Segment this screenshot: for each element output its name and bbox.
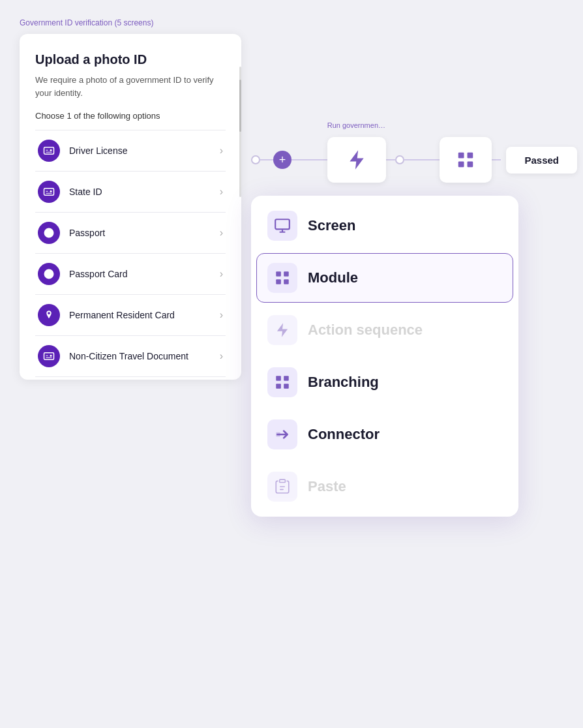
id-option-passport-card[interactable]: Passport Card ›	[35, 254, 226, 295]
dropdown-menu: Screen Module Action sequence	[251, 196, 518, 517]
module-icon	[267, 263, 297, 293]
id-option-permanent-resident[interactable]: Permanent Resident Card ›	[35, 295, 226, 336]
breadcrumb: Government ID verification (5 screens)	[20, 18, 241, 27]
svg-rect-2	[44, 189, 54, 196]
flow-bar: + Run government ID verifi... Passed	[251, 137, 577, 183]
svg-rect-20	[276, 271, 281, 277]
flow-node-label: Run government ID verifi...	[327, 121, 386, 129]
add-step-button[interactable]: +	[273, 151, 292, 169]
non-citizen-icon	[38, 345, 60, 367]
passport-card-chevron: ›	[220, 268, 223, 280]
right-panel: + Run government ID verifi... Passed	[251, 137, 577, 517]
flow-mid-dot	[395, 155, 404, 164]
left-panel: Government ID verification (5 screens) U…	[20, 18, 241, 380]
menu-item-branching[interactable]: Branching	[256, 357, 513, 407]
screen-label: Screen	[308, 217, 355, 234]
svg-rect-27	[284, 384, 289, 389]
action-sequence-label: Action sequence	[308, 322, 423, 339]
non-citizen-chevron: ›	[220, 350, 223, 362]
menu-item-paste: Paste	[256, 462, 513, 511]
screen-icon	[267, 211, 297, 241]
passport-label: Passport	[69, 228, 220, 238]
flow-grid-icon	[456, 150, 475, 170]
action-sequence-icon	[267, 315, 297, 345]
card-title: Upload a photo ID	[35, 52, 226, 67]
svg-rect-29	[280, 479, 286, 482]
driver-license-chevron: ›	[220, 145, 223, 157]
phone-card: Upload a photo ID We require a photo of …	[20, 34, 241, 380]
id-option-state-id[interactable]: State ID ›	[35, 172, 226, 213]
connector-label: Connector	[308, 426, 380, 443]
menu-item-screen[interactable]: Screen	[256, 201, 513, 250]
branching-icon	[267, 367, 297, 397]
choose-label: Choose 1 of the following options	[35, 111, 226, 121]
flow-line-2	[292, 159, 327, 160]
svg-rect-26	[276, 384, 281, 389]
card-description: We require a photo of a government ID to…	[35, 74, 226, 99]
non-citizen-label: Non-Citizen Travel Document	[69, 351, 220, 361]
svg-rect-22	[276, 279, 281, 284]
svg-rect-19	[275, 219, 290, 229]
flow-line-1	[260, 159, 273, 160]
id-option-visa[interactable]: Visa ›	[35, 377, 226, 380]
branching-label: Branching	[308, 374, 379, 391]
permanent-resident-chevron: ›	[220, 309, 223, 321]
paste-icon	[267, 472, 297, 502]
state-id-icon	[38, 181, 60, 203]
svg-rect-16	[468, 153, 473, 159]
passed-badge: Passed	[506, 147, 577, 174]
paste-label: Paste	[308, 478, 346, 495]
flow-line-3	[386, 159, 395, 160]
menu-item-module[interactable]: Module	[256, 253, 513, 303]
svg-rect-21	[284, 271, 289, 277]
svg-rect-10	[44, 353, 54, 360]
state-id-chevron: ›	[220, 186, 223, 198]
scroll-thumb	[239, 80, 241, 132]
flow-line-5	[492, 159, 501, 160]
id-option-passport[interactable]: Passport ›	[35, 213, 226, 254]
svg-rect-0	[44, 147, 54, 155]
flow-node[interactable]: Run government ID verifi...	[327, 137, 386, 183]
id-option-non-citizen[interactable]: Non-Citizen Travel Document ›	[35, 336, 226, 377]
menu-item-action-sequence: Action sequence	[256, 305, 513, 355]
flow-node-2[interactable]	[440, 137, 492, 183]
passport-card-icon	[38, 263, 60, 285]
passport-icon	[38, 222, 60, 244]
driver-license-label: Driver License	[69, 145, 220, 156]
flow-bolt-icon	[347, 150, 366, 170]
svg-rect-25	[284, 376, 289, 381]
module-label: Module	[308, 269, 358, 286]
svg-rect-17	[458, 162, 464, 168]
permanent-resident-icon	[38, 304, 60, 326]
svg-rect-18	[468, 162, 473, 168]
svg-point-1	[50, 149, 52, 151]
menu-item-connector[interactable]: Connector	[256, 410, 513, 459]
connector-icon	[267, 419, 297, 449]
flow-start-dot	[251, 155, 260, 164]
id-option-driver-license[interactable]: Driver License ›	[35, 130, 226, 172]
svg-rect-24	[276, 376, 281, 381]
permanent-resident-label: Permanent Resident Card	[69, 310, 220, 320]
flow-line-4	[404, 159, 440, 160]
svg-point-11	[50, 355, 52, 357]
scroll-indicator	[239, 67, 241, 197]
state-id-label: State ID	[69, 187, 220, 197]
svg-point-3	[50, 190, 52, 192]
id-options-list: Driver License › State ID › Passport ›	[35, 130, 226, 380]
passport-card-label: Passport Card	[69, 269, 220, 279]
passport-chevron: ›	[220, 227, 223, 239]
svg-rect-28	[276, 432, 280, 437]
svg-rect-15	[458, 153, 464, 159]
driver-license-icon	[38, 140, 60, 162]
svg-rect-23	[284, 279, 289, 284]
